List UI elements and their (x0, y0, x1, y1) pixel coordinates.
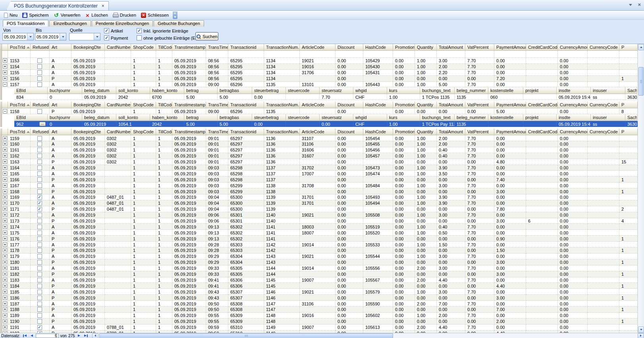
grid-cell[interactable]: 0.00 (335, 135, 363, 141)
column-header-projekt[interactable]: projekt (523, 87, 557, 94)
grid-cell[interactable]: A (50, 325, 71, 330)
grid-cell[interactable]: 0487_01 (105, 206, 131, 212)
grid-cell[interactable]: 0.00 (465, 177, 494, 182)
grid-cell[interactable]: 65297 (228, 153, 264, 159)
grid-cell[interactable]: 0.00 (558, 218, 588, 224)
ohne-gebuchte-checkbox-box[interactable] (137, 35, 142, 40)
grid-cell[interactable]: 1135 (264, 82, 300, 88)
horizontal-scroll-track[interactable] (98, 333, 638, 338)
grid-cell[interactable]: 1 (131, 171, 156, 177)
grid-cell[interactable]: 1143 (264, 259, 300, 265)
grid-cell[interactable]: 1137 (264, 177, 300, 182)
grid-cell[interactable] (31, 141, 50, 147)
grid-cell[interactable]: 05.09.2019 (172, 165, 206, 171)
grid-cell[interactable] (31, 188, 50, 194)
grid-cell[interactable] (526, 182, 558, 188)
column-header-steuercode[interactable]: steuercode (286, 87, 320, 94)
grid-cell[interactable] (588, 159, 619, 165)
grid-cell[interactable] (588, 76, 619, 82)
detail-grid-cell[interactable]: 2042 (116, 94, 150, 100)
grid-cell[interactable]: 0.00 (335, 230, 363, 236)
grid-cell[interactable]: 0.00 (335, 319, 363, 325)
grid-cell[interactable] (619, 330, 638, 333)
grid-cell[interactable]: 31706 (300, 70, 335, 76)
grid-cell[interactable]: 1143 (264, 254, 300, 259)
detail-grid-cell[interactable]: 05.09.2019 15:4... (557, 121, 591, 127)
grid-cell[interactable]: 09:28 (206, 248, 228, 254)
grid-cell[interactable]: 1.00 (415, 165, 437, 171)
grid-cell[interactable]: 1 (131, 64, 156, 70)
grid-cell[interactable]: 1160 (8, 141, 31, 147)
grid-cell[interactable]: 105457 (363, 153, 393, 159)
grid-cell[interactable] (363, 177, 393, 182)
refused-checkbox[interactable] (37, 319, 42, 324)
grid-cell[interactable] (526, 141, 558, 147)
column-header-transtimestamp[interactable]: Transtimestamp (172, 102, 206, 108)
vertical-scrollbar[interactable] (638, 44, 644, 333)
grid-cell[interactable]: 1 (131, 254, 156, 259)
grid-cell[interactable]: 2.20 (437, 70, 465, 76)
grid-cell[interactable]: 0.00 (494, 194, 526, 200)
detail-grid-cell[interactable]: ss (591, 121, 625, 127)
grid-cell[interactable] (105, 70, 131, 76)
grid-cell[interactable]: 05.09.2019 (172, 64, 206, 70)
grid-cell[interactable]: 0.00 (558, 330, 588, 333)
grid-cell[interactable] (588, 218, 619, 224)
grid-cell[interactable] (588, 147, 619, 153)
grid-cell[interactable]: 65310 (228, 325, 264, 330)
refused-checkbox[interactable] (37, 284, 42, 288)
grid-cell[interactable]: 105613 (363, 325, 393, 330)
grid-cell[interactable] (526, 194, 558, 200)
grid-cell[interactable]: 3.00 (437, 289, 465, 295)
column-header-shopcode[interactable]: ShopCode (131, 44, 156, 51)
grid-cell[interactable] (526, 206, 558, 212)
grid-cell[interactable]: 0.00 (558, 171, 588, 177)
grid-cell[interactable]: 1 (131, 307, 156, 313)
grid-cell[interactable]: 7.70 (465, 194, 494, 200)
grid-cell[interactable]: 0.00 (393, 141, 415, 147)
grid-cell[interactable]: 0.00 (393, 289, 415, 295)
grid-cell[interactable]: 05.09.2019 (71, 206, 105, 212)
grid-cell[interactable]: 05.09.2019 (71, 218, 105, 224)
grid-cell[interactable]: 0.00 (335, 212, 363, 218)
grid-cell[interactable]: 1 (156, 159, 172, 165)
grid-cell[interactable]: 1.00 (415, 313, 437, 319)
column-header-quantity[interactable]: Quantity (415, 44, 437, 51)
column-header-currencycode[interactable]: CurrencyCode (588, 102, 619, 108)
grid-cell[interactable]: 0302 (105, 147, 131, 153)
grid-cell[interactable] (105, 301, 131, 307)
detail-grid-cell[interactable]: ss (591, 94, 625, 100)
grid-cell[interactable]: 0.00 (558, 153, 588, 159)
grid-cell[interactable]: 4 (619, 218, 638, 224)
grid-cell[interactable] (526, 82, 558, 88)
grid-cell[interactable]: 1 (156, 301, 172, 307)
grid-cell[interactable] (588, 271, 619, 277)
grid-cell[interactable]: 1 (156, 194, 172, 200)
grid-cell[interactable]: 09:04 (206, 206, 228, 212)
grid-cell[interactable] (31, 248, 50, 254)
grid-cell[interactable]: 0.00 (494, 224, 526, 230)
grid-cell[interactable]: 1 (156, 188, 172, 194)
grid-cell[interactable]: 7.70 (465, 147, 494, 153)
grid-cell[interactable]: 1149 (264, 325, 300, 330)
grid-row-1162[interactable]: 1162A05.09.201903021105.09.201909:016529… (0, 153, 638, 159)
grid-cell[interactable]: 05.09.2019 (172, 200, 206, 206)
grid-cell[interactable]: 1135 (264, 108, 300, 114)
grid-cell[interactable]: 05.09.2019 (71, 58, 105, 64)
grid-cell[interactable] (526, 224, 558, 230)
grid-cell[interactable]: 105579 (363, 289, 393, 295)
grid-cell[interactable] (300, 283, 335, 289)
grid-cell[interactable]: 05.09.2019 (71, 171, 105, 177)
grid-cell[interactable] (619, 51, 638, 58)
column-header-p[interactable]: P (619, 102, 638, 108)
grid-cell[interactable]: 1 (156, 147, 172, 153)
grid-cell[interactable]: 1 (131, 182, 156, 188)
grid-cell[interactable]: 0.00 (558, 194, 588, 200)
grid-cell[interactable] (31, 70, 50, 76)
grid-cell[interactable]: 0.00 (558, 147, 588, 153)
grid-cell[interactable]: 0.40 (437, 224, 465, 230)
grid-cell[interactable] (526, 64, 558, 70)
grid-cell[interactable] (105, 218, 131, 224)
grid-cell[interactable]: 4.40 (494, 283, 526, 289)
grid-cell[interactable]: 0.00 (437, 188, 465, 194)
